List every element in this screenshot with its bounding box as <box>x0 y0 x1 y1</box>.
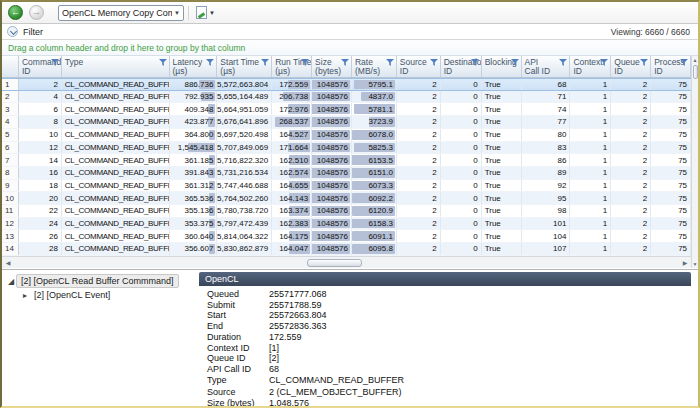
cell-run-time: 172.559 <box>272 79 312 90</box>
column-header-command-id[interactable]: CommandID <box>19 56 62 77</box>
cell-context-id: 1 <box>570 116 611 128</box>
cell-run-time: 164.175 <box>272 230 312 242</box>
filter-funnel-icon[interactable] <box>301 59 309 66</box>
back-button[interactable]: ← <box>8 5 23 20</box>
cell-destination-id: 0 <box>441 230 482 242</box>
cell-rate: 6091.1 <box>352 230 397 242</box>
cell-start-time: 25,676,641.896 <box>217 116 272 128</box>
column-header-api-call-id[interactable]: APICall ID <box>522 56 571 77</box>
property-value: 172.559 <box>269 332 302 343</box>
cell-context-id: 1 <box>570 142 611 154</box>
filter-funnel-icon[interactable] <box>511 59 519 66</box>
tree-item[interactable]: ◢[2] [OpenCL Read Buffer Commmand] <box>2 274 198 288</box>
column-header-unit: (µs) <box>220 67 268 76</box>
property-label: Size (bytes) <box>207 398 269 408</box>
scroll-left-icon[interactable]: ◀ <box>2 259 14 266</box>
column-header-context-id[interactable]: ContextID <box>570 56 611 77</box>
column-header-unit: (µs) <box>275 67 308 76</box>
filter-funnel-icon[interactable] <box>600 59 608 66</box>
column-header-type[interactable]: Type <box>62 56 170 77</box>
toolbar-separator <box>188 6 189 20</box>
column-header-size[interactable]: Size(bytes) <box>312 56 352 77</box>
filter-funnel-icon[interactable] <box>680 59 688 66</box>
tree-collapsed-icon[interactable]: ▸ <box>20 291 30 300</box>
table-row[interactable]: 12CL_COMMAND_READ_BUFFER886.73625,572,66… <box>2 78 691 91</box>
properties-panel: OpenCL Queued25571777.068Submit25571788.… <box>199 272 691 405</box>
table-row[interactable]: 612CL_COMMAND_READ_BUFFER1,545.41825,707… <box>2 142 691 155</box>
column-header-queue-id[interactable]: QueueID <box>611 56 651 77</box>
column-header-run-time[interactable]: Run Time(µs) <box>272 56 312 77</box>
scroll-down-icon[interactable]: ▼ <box>692 260 698 268</box>
cell-size: 1048576 <box>312 192 352 204</box>
filter-funnel-icon[interactable] <box>386 59 394 66</box>
table-row[interactable]: 36CL_COMMAND_READ_BUFFER409.34825,664,95… <box>2 103 691 116</box>
column-header-source-id[interactable]: SourceID <box>397 56 441 77</box>
table-row[interactable]: 714CL_COMMAND_READ_BUFFER361.18525,716,8… <box>2 154 691 167</box>
cell-destination-id: 0 <box>441 167 482 179</box>
cell-destination-id: 0 <box>441 243 482 255</box>
column-header-unit: ID <box>654 67 687 76</box>
cell-blocking: True <box>482 180 522 192</box>
scroll-right-icon[interactable]: ▶ <box>679 259 691 266</box>
column-header-destination-id[interactable]: DestinationID <box>441 56 482 77</box>
table-row[interactable]: 1122CL_COMMAND_READ_BUFFER355.13625,780,… <box>2 205 691 218</box>
cell-api-call-id: 86 <box>522 154 571 166</box>
scroll-up-icon[interactable]: ▲ <box>692 56 698 64</box>
cell-queue-id: 2 <box>611 167 651 179</box>
forward-button[interactable]: → <box>29 5 44 20</box>
cell-run-time: 162.510 <box>272 154 312 166</box>
filter-funnel-icon[interactable] <box>159 59 167 66</box>
cell-process-id: 75 <box>651 205 691 217</box>
cell-command-id: 18 <box>19 180 62 192</box>
cell-start-time: 25,731,216.534 <box>217 167 272 179</box>
column-header-rate[interactable]: Rate(MB/s) <box>352 56 397 77</box>
filter-collapse-icon[interactable] <box>7 26 18 37</box>
cell-latency: 361.185 <box>170 154 218 166</box>
filter-funnel-icon[interactable] <box>430 59 438 66</box>
group-by-hint: Drag a column header and drop it here to… <box>8 43 245 53</box>
filter-funnel-icon[interactable] <box>261 59 269 66</box>
vertical-scrollbar[interactable]: ▲ ▼ <box>691 56 698 268</box>
table-row[interactable]: 24CL_COMMAND_READ_BUFFER792.93525,655,16… <box>2 91 691 104</box>
filter-funnel-icon[interactable] <box>51 59 59 66</box>
column-header-start-time[interactable]: Start Time(µs) <box>217 56 272 77</box>
table-row[interactable]: 1224CL_COMMAND_READ_BUFFER353.37525,797,… <box>2 218 691 231</box>
cell-destination-id: 0 <box>441 192 482 204</box>
vertical-scroll-thumb[interactable] <box>693 65 698 79</box>
column-header-blocking[interactable]: Blocking <box>482 56 522 77</box>
cell-queue-id: 2 <box>611 180 651 192</box>
filter-funnel-icon[interactable] <box>206 59 214 66</box>
horizontal-scroll-thumb[interactable] <box>307 259 362 267</box>
group-by-bar[interactable]: Drag a column header and drop it here to… <box>2 40 698 56</box>
cell-rownum: 4 <box>2 116 19 128</box>
cell-blocking: True <box>482 218 522 230</box>
filter-funnel-icon[interactable] <box>471 59 479 66</box>
table-row[interactable]: 1326CL_COMMAND_READ_BUFFER360.64025,814,… <box>2 230 691 243</box>
filter-funnel-icon[interactable] <box>341 59 349 66</box>
cell-context-id: 1 <box>570 154 611 166</box>
cell-context-id: 1 <box>570 91 611 103</box>
cell-rate: 6092.2 <box>352 192 397 204</box>
table-row[interactable]: 918CL_COMMAND_READ_BUFFER361.31225,747,4… <box>2 180 691 193</box>
filter-label[interactable]: Filter <box>23 27 43 37</box>
tree-item[interactable]: ▸[2] [OpenCL Event] <box>2 288 198 302</box>
cell-run-time: 164.143 <box>272 192 312 204</box>
column-header-latency[interactable]: Latency(µs) <box>170 56 218 77</box>
table-row[interactable]: 1020CL_COMMAND_READ_BUFFER365.53625,764,… <box>2 192 691 205</box>
command-type-select[interactable]: OpenCL Memory Copy Commands ▼ <box>58 5 184 21</box>
property-label: Queued <box>207 289 269 300</box>
horizontal-scrollbar[interactable]: ◀ ▶ <box>2 256 691 268</box>
property-row: Size (bytes)1,048,576 <box>207 398 691 408</box>
table-row[interactable]: 510CL_COMMAND_READ_BUFFER364.80025,697,5… <box>2 129 691 142</box>
filter-funnel-icon[interactable] <box>559 59 567 66</box>
cell-rate: 6073.3 <box>352 180 397 192</box>
tree-expanded-icon[interactable]: ◢ <box>6 277 16 286</box>
export-button[interactable]: ▼ <box>193 4 218 22</box>
table-row[interactable]: 1428CL_COMMAND_READ_BUFFER356.60725,830,… <box>2 243 691 256</box>
filter-funnel-icon[interactable] <box>640 59 648 66</box>
cell-context-id: 1 <box>570 192 611 204</box>
column-header-process-id[interactable]: ProcessID <box>651 56 691 77</box>
table-row[interactable]: 48CL_COMMAND_READ_BUFFER423.87725,676,64… <box>2 116 691 129</box>
table-row[interactable]: 816CL_COMMAND_READ_BUFFER391.84325,731,2… <box>2 167 691 180</box>
cell-command-id: 16 <box>19 167 62 179</box>
